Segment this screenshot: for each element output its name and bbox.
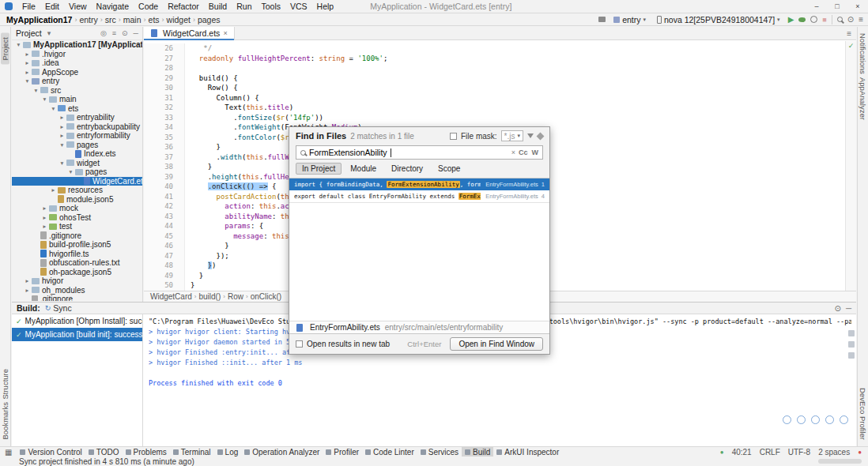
tree-chevron-icon[interactable]: ▸ <box>24 286 31 295</box>
tree-item[interactable]: ▸hvigor <box>12 276 142 286</box>
floating-action-icon[interactable] <box>783 415 791 424</box>
tree-chevron-icon[interactable]: ▸ <box>41 213 48 223</box>
find-result-row[interactable]: import { formBindingData, FormExtensionA… <box>289 179 549 190</box>
hide-build-panel-icon[interactable]: ─ <box>846 304 851 313</box>
tree-item[interactable]: ▸entryformability <box>12 131 142 141</box>
build-tab-sync[interactable]: ↻ Sync <box>45 303 72 313</box>
layout-menu-icon[interactable]: ≡ <box>859 14 863 25</box>
minimize-button[interactable]: – <box>806 0 827 13</box>
menu-vcs[interactable]: VCS <box>285 2 312 11</box>
tool-tab-deveco-profiler[interactable]: DevEco Profiler <box>859 388 867 440</box>
open-results-new-tab-checkbox[interactable] <box>296 340 303 348</box>
scope-directory[interactable]: Directory <box>385 163 429 175</box>
toolbar-button-profiler[interactable]: Profiler <box>323 447 362 457</box>
breadcrumb-item[interactable]: main <box>122 15 143 24</box>
inspection-ok-icon[interactable]: ✓ <box>846 41 856 51</box>
console-toolbar-icon[interactable] <box>848 352 855 359</box>
breadcrumb-item[interactable]: pages <box>196 15 222 24</box>
breadcrumb-item[interactable]: MyApplication17 <box>5 15 74 24</box>
profiler-button[interactable] <box>810 16 817 23</box>
tool-tab-appanalyzer[interactable]: AppAnalyzer <box>859 77 867 120</box>
file-mask-checkbox[interactable] <box>450 133 457 140</box>
pin-icon[interactable] <box>537 132 545 140</box>
tree-item[interactable]: ▸.hvigor <box>12 50 142 59</box>
select-opened-file-icon[interactable]: ◎ <box>100 29 107 37</box>
tree-chevron-icon[interactable]: ▸ <box>41 222 48 231</box>
tree-chevron-icon[interactable]: ▸ <box>58 113 66 122</box>
breadcrumb-item[interactable]: ets <box>147 15 161 24</box>
editor-options-icon[interactable]: ≡ <box>847 29 856 38</box>
tree-item[interactable]: .gitignore <box>12 231 142 241</box>
tool-tab-notifications[interactable]: Notifications <box>859 33 867 74</box>
tree-chevron-icon[interactable]: ▾ <box>58 141 66 150</box>
toolbar-button-operation-analyzer[interactable]: Operation Analyzer <box>241 447 323 457</box>
collapse-all-icon[interactable]: ≡ <box>112 29 116 37</box>
tree-item[interactable]: ▸resources <box>12 186 142 195</box>
tool-window-switcher-icon[interactable]: ▦ <box>0 448 17 457</box>
tree-item[interactable]: oh-package.json5 <box>12 268 142 277</box>
run-button[interactable]: ▶ <box>788 14 794 25</box>
tree-item[interactable]: ▸test <box>12 222 142 231</box>
toolbar-button-terminal[interactable]: Terminal <box>170 447 214 457</box>
menu-code[interactable]: Code <box>134 2 163 11</box>
project-panel-title[interactable]: Project <box>16 28 42 38</box>
tree-item[interactable]: ▾pages <box>12 167 142 177</box>
editor-breadcrumb-item[interactable]: Row <box>228 292 243 301</box>
scope-in-project[interactable]: In Project <box>296 163 342 175</box>
breadcrumb-item[interactable]: entry <box>77 15 99 24</box>
tree-item[interactable]: ▸.idea <box>12 58 142 68</box>
tree-chevron-icon[interactable]: ▾ <box>24 77 31 86</box>
tree-item[interactable]: ▸mock <box>12 204 142 213</box>
menu-refactor[interactable]: Refactor <box>163 2 204 11</box>
tree-item[interactable]: module.json5 <box>12 195 142 205</box>
floating-action-icon[interactable] <box>797 415 806 424</box>
editor-breadcrumb-item[interactable]: onClick() <box>251 292 281 301</box>
filter-icon[interactable] <box>527 133 534 138</box>
tool-tab-structure[interactable]: Structure <box>1 369 9 400</box>
tree-chevron-icon[interactable]: ▸ <box>24 276 31 286</box>
settings-icon[interactable]: ⊙ <box>847 14 854 25</box>
device-selector[interactable]: nova 12[25PVB24918004147] ▾ <box>654 14 783 25</box>
tree-item[interactable]: ▾MyApplication17 [MyApplication]D:\Docum… <box>12 40 142 50</box>
tree-item[interactable]: ▸oh_modules <box>12 286 142 295</box>
tool-tab-project[interactable]: Project <box>1 33 9 65</box>
toggle-w-icon[interactable]: W <box>532 148 539 156</box>
toolbar-button-services[interactable]: Services <box>417 447 462 457</box>
search-everywhere-icon[interactable] <box>837 17 843 22</box>
close-button[interactable]: × <box>847 0 868 13</box>
tree-item[interactable]: hvigorfile.ts <box>12 250 142 259</box>
tree-chevron-icon[interactable]: ▸ <box>24 50 31 59</box>
file-mask-combo[interactable]: *.js ▾ <box>501 130 523 141</box>
tree-item[interactable]: ▾ets <box>12 104 142 114</box>
close-tab-icon[interactable]: × <box>223 29 227 37</box>
menu-tools[interactable]: Tools <box>256 2 285 11</box>
search-field[interactable]: FormExtensionAbility × CcW <box>296 145 543 160</box>
chevron-down-icon[interactable]: ▾ <box>47 29 51 37</box>
tree-chevron-icon[interactable]: ▾ <box>67 167 74 177</box>
tree-item[interactable]: ▾src <box>12 86 142 96</box>
menu-build[interactable]: Build <box>204 2 232 11</box>
hide-panel-icon[interactable]: ─ <box>134 29 138 37</box>
build-project-icon[interactable] <box>598 17 606 22</box>
panel-settings-icon[interactable]: ⊙ <box>122 29 128 37</box>
maximize-button[interactable]: □ <box>827 0 847 13</box>
tree-item[interactable]: ▾main <box>12 95 142 104</box>
tree-chevron-icon[interactable]: ▸ <box>24 68 31 77</box>
tree-chevron-icon[interactable]: ▸ <box>41 204 48 213</box>
breadcrumb-item[interactable]: src <box>104 15 118 24</box>
toggle-cc-icon[interactable]: Cc <box>519 148 528 156</box>
caret-position[interactable]: 40:21 <box>732 448 752 457</box>
menu-run[interactable]: Run <box>232 2 256 11</box>
tree-chevron-icon[interactable]: ▾ <box>50 104 57 114</box>
toolbar-button-problems[interactable]: Problems <box>123 447 170 457</box>
tree-item[interactable]: ▸entryability <box>12 113 142 122</box>
toolbar-button-build[interactable]: Build <box>462 447 493 457</box>
indent-indicator[interactable]: 2 spaces <box>818 448 850 457</box>
build-settings-icon[interactable]: ⊙ <box>835 304 841 313</box>
encoding-indicator[interactable]: UTF-8 <box>788 448 810 457</box>
editor-breadcrumb-item[interactable]: WidgetCard <box>150 292 192 301</box>
tree-item[interactable]: ▸AppScope <box>12 68 142 77</box>
toolbar-button-log[interactable]: Log <box>214 447 242 457</box>
build-task-row[interactable]: ✓MyApplication [build init]: successful <box>12 328 142 341</box>
menu-navigate[interactable]: Navigate <box>92 2 134 11</box>
